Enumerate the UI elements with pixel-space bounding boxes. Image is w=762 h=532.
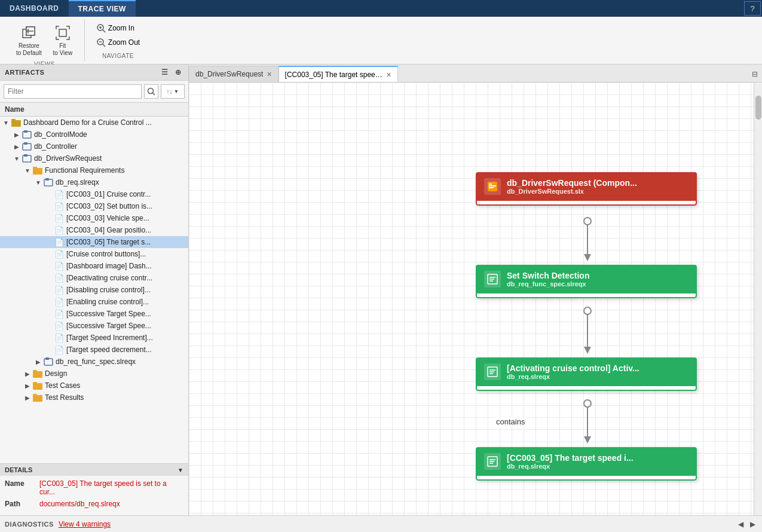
tab-bar-spacer	[398, 66, 748, 82]
tab-trace-view-close[interactable]: ×	[386, 71, 391, 79]
filter-sort-button[interactable]: ↑↓ ▼	[161, 84, 185, 99]
design-toggle[interactable]: ▶	[23, 369, 32, 378]
zoom-out-button[interactable]: Zoom Out	[92, 36, 144, 49]
tree-item-testresults[interactable]: ▶ Test Results	[0, 392, 188, 403]
filter-search-button[interactable]	[144, 84, 158, 99]
funcspec-label: db_req_func_spec.slreqx	[56, 357, 186, 366]
sort-icon: ↑↓	[167, 88, 173, 95]
list-item[interactable]: 📄 [Cruise control buttons]...	[0, 248, 188, 260]
svg-rect-24	[33, 167, 37, 169]
svg-rect-43	[489, 185, 496, 186]
list-item[interactable]: 📄 [Target speed decrement...	[0, 344, 188, 356]
node1-title: db_DriverSwRequest (Compon...	[507, 178, 688, 188]
doc6-icon: 📄	[54, 249, 65, 259]
list-item[interactable]: 📄 [Dashboard image] Dash...	[0, 260, 188, 272]
doc13-label: [Target Speed Increment]...	[66, 334, 186, 342]
svg-point-13	[148, 88, 154, 94]
tree-item-funcspec[interactable]: ▶ db_req_func_spec.slreqx	[0, 356, 188, 368]
tree-item-design[interactable]: ▶ Design	[0, 368, 188, 380]
doc13-icon: 📄	[54, 333, 65, 343]
list-item[interactable]: 📄 [Successive Target Spee...	[0, 308, 188, 320]
svg-rect-15	[11, 120, 21, 127]
tree-item-testcases[interactable]: ▶ Test Cases	[0, 380, 188, 392]
list-item[interactable]: 📄 [CC003_05] The target s...	[0, 236, 188, 248]
details-name-value: [CC003_05] The target speed is set to a …	[39, 479, 183, 496]
artifacts-title: ARTIFACTS	[5, 69, 44, 76]
testresults-label: Test Results	[45, 393, 186, 402]
svg-rect-18	[24, 130, 27, 133]
canvas-node-2[interactable]: Set Switch Detection db_req_func_spec.sl…	[476, 265, 697, 298]
top-bar-spacer	[136, 0, 743, 17]
svg-rect-31	[33, 383, 42, 390]
artifacts-settings-icon[interactable]: ⊕	[173, 67, 183, 78]
list-item[interactable]: 📄 [Deactivating cruise contr...	[0, 272, 188, 284]
tab-db-driver-close[interactable]: ×	[267, 70, 271, 78]
canvas-node-1[interactable]: db_DriverSwRequest (Compon... db_DriverS…	[476, 172, 697, 206]
doc12-label: [Successive Target Spee...	[66, 322, 186, 330]
dbreq-toggle[interactable]: ▼	[33, 178, 43, 187]
testcases-toggle[interactable]: ▶	[23, 381, 32, 390]
diagnostics-label: DIAGNOSTICS	[5, 521, 54, 528]
restore-button[interactable]: Restoreto Default	[12, 22, 46, 60]
nav-next-icon[interactable]: ▶	[748, 519, 757, 529]
toolbar-views-buttons: Restoreto Default Fitto View	[12, 22, 77, 60]
filter-input[interactable]	[4, 84, 142, 99]
list-item[interactable]: 📄 [CC003_01] Cruise contr...	[0, 188, 188, 200]
tab-trace-view[interactable]: [CC003_05] The target speed is set to a …	[279, 66, 398, 82]
artifacts-pin-icon[interactable]: ☰	[160, 67, 170, 78]
tree-item-dbreq[interactable]: ▼ db_req.slreqx	[0, 176, 188, 188]
list-item[interactable]: 📄 [CC003_03] Vehicle spe...	[0, 212, 188, 224]
svg-rect-45	[489, 184, 492, 185]
toolbar: Restoreto Default Fitto View VIEWS	[0, 17, 762, 65]
tree-container[interactable]: ▼ Dashboard Demo for a Cruise Control ..…	[0, 117, 188, 463]
list-item[interactable]: 📄 [CC003_04] Gear positio...	[0, 224, 188, 236]
details-header[interactable]: Details ▼	[0, 464, 188, 476]
nav-prev-icon[interactable]: ◀	[736, 519, 745, 529]
dbreq-label: db_req.slreqx	[56, 178, 186, 186]
controller-toggle[interactable]: ▶	[12, 142, 22, 151]
testresults-toggle[interactable]: ▶	[23, 393, 32, 402]
doc14-label: [Target speed decrement...	[66, 346, 186, 354]
controller-icon	[22, 142, 32, 151]
list-item[interactable]: 📄 [Target Speed Increment]...	[0, 332, 188, 344]
testresults-icon	[32, 393, 43, 402]
canvas-scrollbar[interactable]	[754, 82, 762, 515]
list-item[interactable]: 📄 [Successive Target Spee...	[0, 320, 188, 332]
design-label: Design	[45, 369, 186, 378]
tree-item-controller[interactable]: ▶ db_Controller	[0, 140, 188, 152]
funcreq-toggle[interactable]: ▼	[23, 166, 32, 175]
fit-button[interactable]: Fitto View	[48, 22, 77, 60]
tree-item-driverswrequest[interactable]: ▼ db_DriverSwRequest	[0, 152, 188, 164]
help-button[interactable]: ?	[744, 1, 761, 16]
tab-trace-view-label: [CC003_05] The target speed is set to a …	[285, 71, 383, 79]
tree-item-funcreq[interactable]: ▼ Functional Requirements	[0, 164, 188, 176]
tab-trace-view[interactable]: TRACE VIEW	[69, 0, 136, 17]
funcspec-toggle[interactable]: ▶	[33, 357, 43, 366]
list-item[interactable]: 📄 [CC003_02] Set button is...	[0, 200, 188, 212]
restore-label: Restoreto Default	[16, 42, 42, 57]
details-collapse-icon[interactable]: ▼	[178, 467, 183, 473]
list-item[interactable]: 📄 [Enabling cruise control]...	[0, 296, 188, 308]
canvas-node-4[interactable]: [CC003_05] The target speed i... db_req.…	[476, 447, 697, 481]
zoom-in-icon	[96, 23, 106, 33]
canvas-area[interactable]: contains db_DriverSwRequest (Compon...	[189, 82, 762, 515]
tab-bar-settings-icon[interactable]: ⊟	[748, 66, 762, 82]
tab-db-driver[interactable]: db_DriverSwRequest ×	[189, 66, 279, 82]
toolbar-navigate-section: Zoom In Zoom Out NAVIGATE	[85, 19, 151, 62]
root-toggle[interactable]: ▼	[1, 118, 11, 127]
tree-item-controlmode[interactable]: ▶ db_ControlMode	[0, 129, 188, 140]
scrollbar-thumb[interactable]	[755, 96, 761, 120]
doc10-icon: 📄	[54, 297, 65, 307]
doc4-label: [CC003_04] Gear positio...	[66, 226, 186, 234]
tree-root[interactable]: ▼ Dashboard Demo for a Cruise Control ..…	[0, 117, 188, 129]
diagnostics-warnings-link[interactable]: View 4 warnings	[59, 520, 111, 528]
driverswrequest-label: db_DriverSwRequest	[34, 154, 186, 163]
controlmode-toggle[interactable]: ▶	[12, 130, 22, 139]
fit-label: Fitto View	[53, 42, 73, 57]
canvas-node-3[interactable]: [Activating cruise control] Activ... db_…	[476, 357, 697, 391]
driverswrequest-toggle[interactable]: ▼	[12, 154, 22, 163]
list-item[interactable]: 📄 [Disabling cruise control]...	[0, 284, 188, 296]
testcases-icon	[32, 381, 43, 390]
tab-dashboard[interactable]: DASHBOARD	[0, 0, 69, 17]
zoom-in-button[interactable]: Zoom In	[92, 22, 144, 35]
